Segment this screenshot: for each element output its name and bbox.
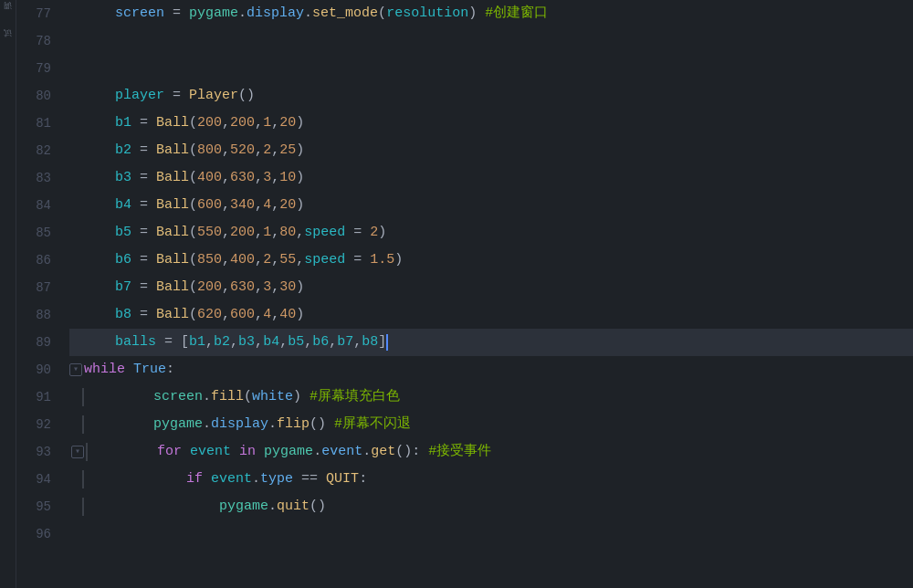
indent-bar-92 <box>82 415 84 434</box>
indent-bar-91 <box>82 388 84 406</box>
line-num-93: 93 <box>16 438 51 466</box>
indent-bar-93 <box>86 443 88 461</box>
code-line-79 <box>69 55 913 82</box>
line-num-85: 85 <box>16 219 51 247</box>
code-area[interactable]: screen = pygame.display.set_mode(resolut… <box>62 0 913 588</box>
line-num-95: 95 <box>16 493 51 520</box>
line-num-77: 77 <box>16 0 51 27</box>
line-num-89: 89 <box>16 329 51 356</box>
left-gutter: 调 试 <box>0 0 16 588</box>
line-num-91: 91 <box>16 383 51 411</box>
indent-bar-95 <box>82 498 84 516</box>
line-num-90: 90 <box>16 356 51 383</box>
code-line-90: ▾ while True: <box>69 356 913 383</box>
code-line-87: b7 = Ball(200,630,3,30) <box>69 274 913 301</box>
code-line-77: screen = pygame.display.set_mode(resolut… <box>69 0 913 27</box>
code-line-95: pygame.quit() <box>69 493 913 520</box>
code-line-88: b8 = Ball(620,600,4,40) <box>69 301 913 329</box>
line-num-79: 79 <box>16 55 51 82</box>
line-num-82: 82 <box>16 137 51 164</box>
line-num-88: 88 <box>16 301 51 329</box>
line-num-80: 80 <box>16 82 51 110</box>
code-line-84: b4 = Ball(600,340,4,20) <box>69 192 913 219</box>
code-line-86: b6 = Ball(850,400,2,55,speed = 1.5) <box>69 247 913 274</box>
code-line-93: ▾ for event in pygame.event.get(): #接受事件 <box>69 438 913 466</box>
code-line-96 <box>69 520 913 548</box>
text-cursor <box>386 334 388 351</box>
line-num-94: 94 <box>16 466 51 493</box>
line-num-86: 86 <box>16 247 51 274</box>
line-num-87: 87 <box>16 274 51 301</box>
indent-bar-94 <box>82 470 84 488</box>
gutter-label-1: 调 <box>0 16 22 16</box>
line-num-84: 84 <box>16 192 51 219</box>
line-num-83: 83 <box>16 164 51 192</box>
editor-container: 调 试 77 78 79 80 81 82 83 84 85 86 87 88 … <box>0 0 913 588</box>
code-token: screen <box>82 0 164 27</box>
line-num-81: 81 <box>16 110 51 137</box>
line-num-78: 78 <box>16 27 51 55</box>
code-line-78 <box>69 27 913 55</box>
code-line-83: b3 = Ball(400,630,3,10) <box>69 164 913 192</box>
line-num-96: 96 <box>16 520 51 548</box>
code-line-89: balls = [b1,b2,b3,b4,b5,b6,b7,b8] <box>69 329 913 356</box>
code-line-81: b1 = Ball(200,200,1,20) <box>69 110 913 137</box>
line-marker-77 <box>69 0 82 27</box>
gutter-icon-2: 试 <box>1 29 16 57</box>
fold-icon-90[interactable]: ▾ <box>69 363 82 376</box>
code-line-80: player = Player() <box>69 82 913 110</box>
code-line-91: screen.fill(white) #屏幕填充白色 <box>69 383 913 411</box>
code-line-82: b2 = Ball(800,520,2,25) <box>69 137 913 164</box>
fold-icon-93[interactable]: ▾ <box>71 446 84 458</box>
gutter-label-2: 试 <box>0 43 22 44</box>
code-line-94: if event.type == QUIT: <box>69 466 913 493</box>
gutter-icon-1: 调 <box>1 2 16 29</box>
line-num-92: 92 <box>16 411 51 438</box>
code-line-92: pygame.display.flip() #屏幕不闪退 <box>69 411 913 438</box>
line-numbers: 77 78 79 80 81 82 83 84 85 86 87 88 89 9… <box>16 0 62 588</box>
code-line-85: b5 = Ball(550,200,1,80,speed = 2) <box>69 219 913 247</box>
